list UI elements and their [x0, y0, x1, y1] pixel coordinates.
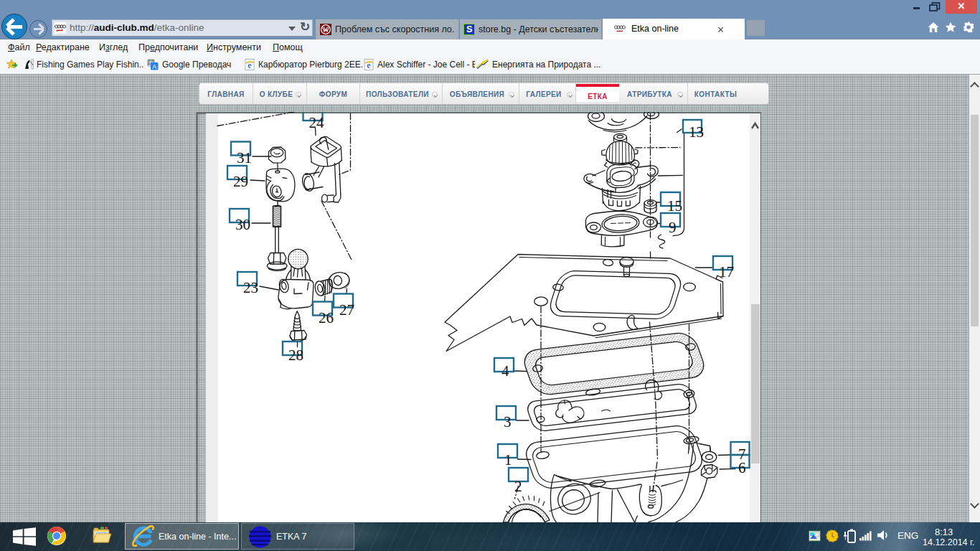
- svg-text:24: 24: [309, 114, 325, 131]
- svg-text:27: 27: [339, 301, 354, 319]
- svg-text:17: 17: [719, 263, 734, 281]
- svg-text:1: 1: [504, 451, 512, 468]
- svg-text:30: 30: [235, 216, 250, 233]
- svg-text:13: 13: [689, 123, 704, 141]
- svg-text:28: 28: [288, 347, 303, 364]
- svg-text:29: 29: [233, 173, 248, 190]
- svg-text:31: 31: [237, 149, 252, 166]
- svg-text:26: 26: [319, 309, 334, 326]
- svg-text:2: 2: [514, 478, 522, 495]
- svg-text:9: 9: [669, 219, 677, 236]
- svg-text:23: 23: [243, 279, 258, 296]
- svg-text:A: A: [152, 63, 156, 70]
- svg-text:15: 15: [667, 197, 682, 215]
- svg-text:3: 3: [504, 413, 512, 430]
- svg-text:6: 6: [738, 459, 746, 476]
- svg-text:4: 4: [501, 362, 509, 380]
